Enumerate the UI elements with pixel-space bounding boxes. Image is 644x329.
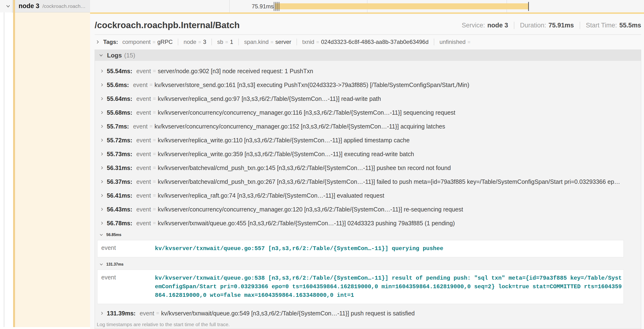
equals-sign: =	[153, 96, 156, 102]
log-timestamp: 56.43ms:	[107, 206, 132, 213]
log-message: kv/kvserver/batcheval/cmd_push_txn.go:26…	[158, 178, 620, 185]
log-entry-toggle[interactable]: 131.37ms	[95, 260, 641, 269]
log-message: kv/kvserver/replica_raft.go:74 [n3,s3,r6…	[158, 192, 384, 199]
log-field-key: event	[136, 68, 151, 74]
log-message: kv/kvserver/concurrency/concurrency_mana…	[158, 109, 455, 116]
log-field-value: kv/kvserver/txnwait/queue.go:557 [n3,s3,…	[155, 244, 622, 253]
overview-service: Service: node 3	[462, 22, 508, 29]
log-marker-tick	[276, 2, 276, 11]
logs-footer-note: Log timestamps are relative to the start…	[95, 320, 641, 329]
chevron-right-icon	[100, 311, 104, 315]
tags-row-toggle[interactable]: Tags: component = gRPC node = 3 sb = 1 s…	[94, 35, 641, 49]
log-message: kv/kvserver/txnwait/queue.go:455 [n3,s3,…	[158, 220, 455, 227]
equals-sign: =	[153, 151, 156, 157]
tag-value: 3	[203, 38, 206, 45]
tag-key: node	[184, 38, 196, 45]
equals-sign: =	[156, 310, 159, 316]
log-entry-expanded: 56.85ms event kv/kvserver/txnwait/queue.…	[95, 230, 641, 257]
tag-item: node = 3	[178, 38, 212, 45]
log-marker-tick	[277, 2, 278, 11]
log-entry-collapsed[interactable]: 56.37ms: event = kv/kvserver/batcheval/c…	[95, 175, 641, 188]
log-entry-collapsed[interactable]: 56.31ms: event = kv/kvserver/batcheval/c…	[95, 161, 641, 175]
chevron-right-icon	[100, 152, 104, 156]
chevron-right-icon	[100, 180, 104, 184]
equals-sign: =	[152, 39, 156, 45]
log-entry-collapsed[interactable]: 55.68ms: event = kv/kvserver/concurrency…	[95, 106, 641, 120]
logs-count: (15)	[124, 52, 135, 59]
tag-item: unfinished =	[434, 38, 478, 45]
log-field-key: event	[133, 123, 148, 130]
log-message: kv/kvserver/replica_send.go:97 [n3,s3,r6…	[158, 95, 381, 102]
tag-key: span.kind	[244, 38, 268, 45]
log-field-key: event	[136, 151, 151, 158]
tag-value: gRPC	[157, 38, 172, 45]
equals-sign: =	[225, 39, 228, 45]
log-timestamp: 56.78ms:	[107, 220, 132, 227]
logs-header-toggle[interactable]: Logs (15)	[95, 50, 641, 61]
log-field-key: event	[136, 95, 151, 102]
log-field-key: event	[98, 274, 155, 300]
chevron-right-icon	[100, 110, 104, 114]
chevron-right-icon	[100, 208, 104, 211]
log-field-key: event	[136, 192, 151, 199]
log-message: kv/kvserver/concurrency/concurrency_mana…	[154, 123, 445, 130]
span-color-stripe	[13, 0, 15, 327]
tags-list: component = gRPC node = 3 sb = 1 span.ki…	[122, 38, 478, 45]
log-entry-collapsed[interactable]: 55.72ms: event = kv/kvserver/replica_wri…	[95, 133, 641, 147]
log-message: kv/kvserver/batcheval/cmd_push_txn.go:14…	[158, 164, 451, 172]
chevron-down-icon	[99, 53, 104, 58]
equals-sign: =	[153, 110, 156, 116]
chevron-right-icon	[100, 166, 104, 170]
log-timestamp: 55.6ms:	[107, 82, 129, 88]
log-entry-collapsed[interactable]: 56.41ms: event = kv/kvserver/replica_raf…	[95, 188, 641, 202]
tags-label: Tags:	[103, 38, 118, 45]
header-divider	[94, 34, 641, 35]
tag-item: span.kind = server	[238, 38, 296, 45]
log-timestamp: 55.68ms:	[107, 109, 132, 116]
log-timestamp: 55.54ms:	[107, 68, 132, 74]
log-message: server/node.go:902 [n3] node received re…	[158, 68, 313, 74]
equals-sign: =	[153, 165, 156, 171]
log-timestamp: 55.7ms:	[107, 123, 129, 130]
span-duration-bar[interactable]	[275, 3, 529, 9]
log-timestamp: 56.37ms:	[107, 178, 132, 185]
log-entry-collapsed[interactable]: 55.64ms: event = kv/kvserver/replica_sen…	[95, 92, 641, 106]
logs-title: Logs	[107, 52, 122, 59]
log-entry-collapsed[interactable]: 55.6ms: event = kv/kvserver/store_send.g…	[95, 78, 641, 92]
span-duration-label: 75.91ms	[252, 3, 274, 10]
row-gutter-divider	[4, 0, 4, 327]
log-marker-tick	[274, 2, 274, 11]
log-entry-collapsed[interactable]: 56.78ms: event = kv/kvserver/txnwait/que…	[95, 216, 641, 230]
log-field-key: event	[136, 220, 151, 227]
log-message: kv/kvserver/replica_write.go:359 [n3,s3,…	[158, 151, 414, 158]
chevron-down-icon[interactable]	[6, 4, 11, 9]
equals-sign: =	[153, 206, 156, 212]
log-field-value: kv/kvserver/txnwait/queue.go:538 [n3,s3,…	[155, 274, 622, 300]
log-entry-collapsed[interactable]: 56.43ms: event = kv/kvserver/concurrency…	[95, 202, 641, 216]
log-field-key: event	[136, 109, 151, 116]
timeline-gridline	[229, 0, 230, 12]
tag-item: component = gRPC	[122, 38, 178, 45]
span-operation-name: /cockroach.roach…	[42, 3, 86, 9]
log-timestamp: 56.41ms:	[107, 192, 132, 199]
log-message: kv/kvserver/replica_write.go:110 [n3,s3,…	[158, 137, 410, 144]
log-entry-collapsed[interactable]: 55.7ms: event = kv/kvserver/concurrency/…	[95, 120, 641, 133]
log-entry-collapsed[interactable]: 55.73ms: event = kv/kvserver/replica_wri…	[95, 147, 641, 161]
chevron-down-icon	[99, 233, 104, 237]
log-marker-tick	[279, 2, 280, 11]
chevron-right-icon	[100, 221, 104, 225]
equals-sign: =	[150, 123, 152, 130]
span-overview: Service: node 3 Duration: 75.91ms Start …	[462, 22, 641, 29]
log-entry-toggle[interactable]: 56.85ms	[95, 230, 641, 240]
span-row-name[interactable]: node 3 /cockroach.roach…	[12, 0, 90, 12]
log-entries: 55.54ms: event = server/node.go:902 [n3]…	[95, 61, 641, 320]
equals-sign: =	[316, 39, 319, 45]
log-entry-collapsed[interactable]: 131.39ms: event = kv/kvserver/txnwait/qu…	[95, 306, 641, 320]
log-detail-table: event kv/kvserver/txnwait/queue.go:557 […	[97, 240, 624, 257]
log-entry-collapsed[interactable]: 55.54ms: event = server/node.go:902 [n3]…	[95, 64, 641, 78]
chevron-right-icon	[100, 97, 104, 100]
chevron-right-icon	[100, 69, 104, 73]
overview-duration: Duration: 75.91ms	[514, 22, 574, 29]
log-message: kv/kvserver/store_send.go:161 [n3,s3] ex…	[154, 82, 469, 88]
log-timestamp: 55.72ms:	[107, 137, 132, 144]
